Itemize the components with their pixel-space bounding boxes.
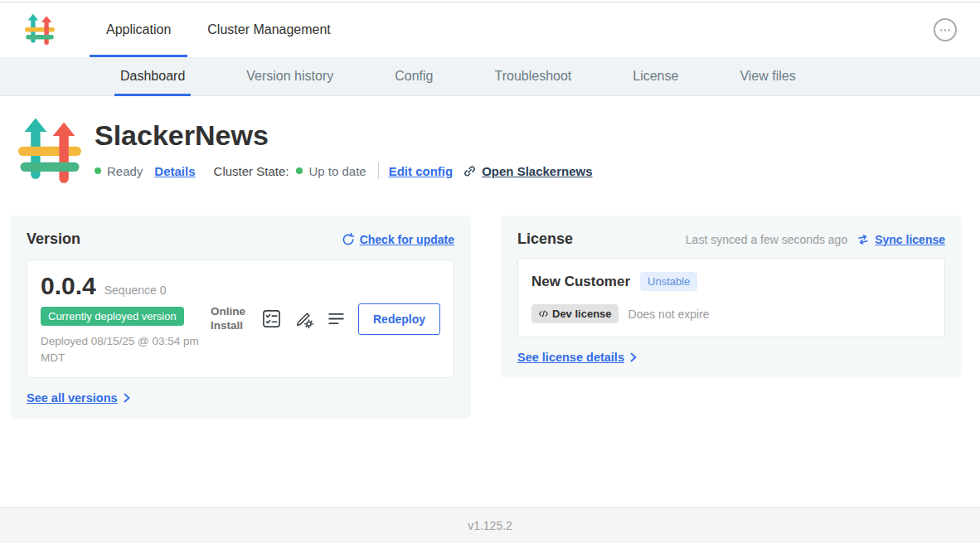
sequence-label: Sequence 0: [104, 284, 167, 297]
license-type-label: Dev license: [552, 308, 612, 320]
chevron-right-icon: [124, 393, 130, 403]
details-link[interactable]: Details: [154, 164, 195, 178]
version-number: 0.0.4: [41, 272, 96, 300]
cluster-state-dot: [296, 167, 303, 174]
code-icon: [538, 310, 549, 318]
overflow-menu-icon: [939, 28, 951, 32]
sub-nav: Dashboard Version history Config Trouble…: [0, 57, 980, 96]
subnav-view-files[interactable]: View files: [709, 57, 826, 95]
app-logo-icon[interactable]: [25, 13, 55, 46]
version-card: Version Check for update 0.0.4 Se: [10, 216, 471, 419]
check-for-update-label: Check for update: [360, 233, 454, 246]
refresh-icon: [341, 232, 356, 247]
subnav-troubleshoot[interactable]: Troubleshoot: [463, 57, 602, 95]
sync-license-link[interactable]: Sync license: [856, 232, 945, 247]
subnav-dashboard-label: Dashboard: [120, 69, 185, 84]
logs-icon[interactable]: [326, 308, 347, 330]
link-icon: [463, 164, 477, 178]
redeploy-button[interactable]: Redeploy: [358, 303, 440, 335]
edit-tools-icon[interactable]: [294, 308, 315, 330]
license-expiry: Does not expire: [628, 308, 710, 321]
dashboard-cards: Version Check for update 0.0.4 Se: [0, 186, 980, 419]
ready-status-dot: [95, 167, 101, 174]
see-license-details-link[interactable]: See license details: [517, 351, 637, 364]
checklist-icon[interactable]: [261, 308, 283, 330]
subnav-troubleshoot-label: Troubleshoot: [494, 69, 571, 84]
license-card: License Last synced a few seconds ago Sy…: [501, 216, 962, 378]
divider: [378, 162, 379, 179]
tab-cluster-management-label: Cluster Management: [207, 22, 331, 37]
tab-cluster-management[interactable]: Cluster Management: [189, 2, 349, 57]
edit-config-link[interactable]: Edit config: [389, 164, 454, 178]
app-status-row: Ready Details Cluster State: Up to date …: [95, 162, 593, 179]
version-card-title: Version: [27, 230, 80, 248]
subnav-config-label: Config: [395, 69, 433, 84]
subnav-config[interactable]: Config: [364, 57, 463, 95]
subnav-view-files-label: View files: [740, 69, 795, 84]
see-all-versions-link[interactable]: See all versions: [27, 391, 130, 405]
license-card-title: License: [517, 230, 573, 248]
footer: v1.125.2: [0, 507, 980, 543]
page-title: SlackerNews: [95, 119, 593, 152]
chevron-right-icon: [630, 352, 637, 362]
open-app-link[interactable]: Open Slackernews: [463, 164, 592, 178]
see-all-versions-label: See all versions: [27, 391, 118, 405]
cluster-state-value: Up to date: [308, 164, 366, 178]
last-synced-label: Last synced a few seconds ago: [686, 233, 847, 246]
subnav-version-history[interactable]: Version history: [216, 57, 364, 95]
overflow-menu-button[interactable]: [934, 18, 957, 41]
channel-badge: Unstable: [640, 272, 697, 291]
current-version-panel: 0.0.4 Sequence 0 Currently deployed vers…: [27, 259, 454, 378]
sync-arrows-icon: [856, 232, 871, 247]
subnav-license-label: License: [633, 69, 678, 84]
subnav-dashboard[interactable]: Dashboard: [90, 57, 216, 95]
sync-license-label: Sync license: [875, 233, 945, 246]
install-type-label: Online Install: [211, 305, 250, 333]
top-nav: Application Cluster Management: [0, 2, 980, 57]
tab-application-label: Application: [106, 22, 171, 37]
tab-application[interactable]: Application: [88, 2, 189, 57]
subnav-license[interactable]: License: [602, 57, 709, 95]
subnav-version-history-label: Version history: [246, 69, 333, 84]
license-detail-panel: New Customer Unstable Dev license Does n…: [517, 258, 945, 337]
cluster-state-label: Cluster State:: [214, 164, 289, 178]
top-tabs: Application Cluster Management: [88, 2, 349, 57]
deployed-timestamp: Deployed 08/15/25 @ 03:54 pm MDT: [41, 333, 211, 366]
ready-status-label: Ready: [107, 164, 143, 178]
check-for-update-link[interactable]: Check for update: [341, 232, 454, 247]
customer-name: New Customer: [531, 274, 630, 290]
deployed-status-badge: Currently deployed version: [41, 307, 184, 326]
app-icon: [18, 118, 81, 186]
license-type-badge: Dev license: [531, 304, 619, 323]
app-header: SlackerNews Ready Details Cluster State:…: [0, 96, 980, 186]
open-app-link-label: Open Slackernews: [482, 164, 592, 178]
see-license-details-label: See license details: [517, 351, 624, 364]
console-version: v1.125.2: [468, 519, 512, 532]
